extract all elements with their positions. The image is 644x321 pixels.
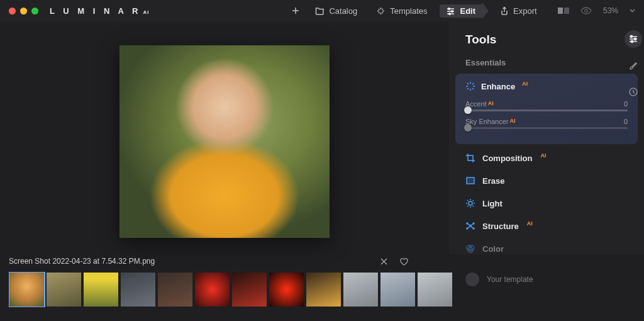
app-brand: L U M I N A R AI bbox=[50, 6, 149, 16]
favorite-icon[interactable] bbox=[399, 257, 409, 266]
tool-enhance-header: Enhance AI bbox=[465, 81, 628, 91]
light-label: Light bbox=[482, 199, 502, 208]
top-nav: Catalog Templates Edit Export bbox=[287, 2, 544, 20]
add-button[interactable] bbox=[287, 4, 304, 17]
tools-panel: Tools Essentials Enhance AI AccentAI 0 S… bbox=[449, 21, 644, 254]
tool-light[interactable]: Light bbox=[449, 192, 644, 215]
sky-label: Sky Enhancer bbox=[465, 118, 508, 125]
filmstrip-thumb[interactable] bbox=[417, 272, 453, 307]
brand-suffix: AI bbox=[143, 9, 149, 15]
minimize-window[interactable] bbox=[20, 8, 27, 14]
folder-icon bbox=[315, 7, 325, 15]
history-button[interactable] bbox=[625, 83, 642, 101]
structure-label: Structure bbox=[482, 222, 519, 231]
sliders-icon bbox=[446, 7, 455, 15]
tool-erase[interactable]: Erase bbox=[449, 169, 644, 192]
brand-name: L U M I N A R bbox=[50, 6, 141, 16]
template-thumb bbox=[465, 273, 479, 286]
svg-point-16 bbox=[631, 40, 633, 42]
erase-label: Erase bbox=[482, 176, 504, 186]
main-area: Tools Essentials Enhance AI AccentAI 0 S… bbox=[0, 21, 644, 254]
svg-point-10 bbox=[473, 228, 474, 229]
topbar-right: 53% bbox=[558, 6, 635, 15]
edit-arrow bbox=[482, 2, 489, 20]
nav-templates-label: Templates bbox=[390, 6, 427, 16]
svg-point-15 bbox=[634, 38, 636, 40]
slider-sky: Sky EnhancerAI 0 bbox=[465, 118, 628, 129]
canvas bbox=[0, 21, 449, 254]
nav-export-label: Export bbox=[513, 6, 537, 16]
crop-icon bbox=[465, 153, 475, 163]
enhance-icon bbox=[465, 81, 475, 91]
tool-enhance-card[interactable]: Enhance AI AccentAI 0 Sky EnhancerAI 0 bbox=[455, 74, 638, 144]
nav-catalog[interactable]: Catalog bbox=[309, 4, 365, 18]
nav-edit-wrap: Edit bbox=[440, 2, 489, 20]
structure-icon bbox=[465, 221, 475, 231]
svg-point-8 bbox=[473, 223, 474, 224]
category-essentials: Essentials bbox=[449, 58, 644, 74]
nav-templates[interactable]: Templates bbox=[370, 4, 435, 18]
zoom-level[interactable]: 53% bbox=[603, 6, 618, 15]
nav-catalog-label: Catalog bbox=[329, 6, 357, 16]
sky-slider[interactable] bbox=[465, 127, 628, 129]
title-bar: L U M I N A R AI Catalog Templates Edit … bbox=[0, 0, 644, 21]
composition-label: Composition bbox=[482, 154, 532, 163]
filmstrip-thumb[interactable] bbox=[157, 272, 193, 307]
color-label: Color bbox=[482, 244, 504, 254]
template-hint-row[interactable]: Your template bbox=[449, 260, 644, 286]
slider-accent: AccentAI 0 bbox=[465, 100, 628, 111]
accent-slider[interactable] bbox=[465, 110, 628, 111]
ai-badge: AI bbox=[488, 100, 494, 106]
edit-tools-button[interactable] bbox=[625, 30, 642, 48]
svg-point-9 bbox=[467, 228, 468, 229]
svg-point-0 bbox=[448, 8, 450, 9]
compare-toggle[interactable] bbox=[558, 8, 569, 14]
filmstrip-thumb[interactable] bbox=[83, 272, 119, 307]
brush-button[interactable] bbox=[625, 57, 642, 74]
plus-icon bbox=[291, 6, 300, 15]
svg-point-14 bbox=[630, 35, 632, 37]
svg-point-3 bbox=[585, 9, 587, 12]
panel-side-buttons bbox=[623, 30, 644, 101]
light-icon bbox=[465, 198, 475, 208]
nav-edit-label: Edit bbox=[460, 6, 475, 16]
sky-value: 0 bbox=[624, 118, 628, 125]
maximize-window[interactable] bbox=[31, 8, 38, 14]
ai-badge: AI bbox=[527, 220, 533, 227]
nav-edit[interactable]: Edit bbox=[440, 4, 483, 18]
template-hint-label: Your template bbox=[487, 275, 533, 284]
svg-point-2 bbox=[449, 13, 451, 14]
tool-structure[interactable]: Structure AI bbox=[449, 215, 644, 237]
ai-badge: AI bbox=[522, 81, 528, 87]
svg-point-1 bbox=[452, 10, 453, 12]
accent-value: 0 bbox=[624, 100, 628, 108]
svg-point-5 bbox=[469, 201, 472, 205]
accent-thumb[interactable] bbox=[464, 106, 472, 114]
close-window[interactable] bbox=[9, 8, 16, 14]
filmstrip-thumb[interactable] bbox=[269, 272, 304, 307]
sky-thumb[interactable] bbox=[464, 124, 472, 132]
svg-point-7 bbox=[467, 223, 468, 224]
photo-preview[interactable] bbox=[119, 45, 330, 238]
export-icon bbox=[500, 6, 509, 16]
tool-color[interactable]: Color bbox=[449, 237, 644, 260]
filmstrip-thumb[interactable] bbox=[9, 272, 45, 307]
filmstrip-thumb[interactable] bbox=[306, 272, 341, 307]
filmstrip-thumb[interactable] bbox=[231, 272, 267, 307]
nav-export[interactable]: Export bbox=[494, 4, 545, 18]
filmstrip-thumb[interactable] bbox=[380, 272, 416, 307]
window-controls bbox=[9, 8, 38, 14]
tools-title: Tools bbox=[449, 33, 644, 47]
filmstrip-thumb[interactable] bbox=[194, 272, 230, 307]
tool-enhance-label: Enhance bbox=[481, 82, 515, 91]
tool-composition[interactable]: Composition AI bbox=[449, 147, 644, 169]
erase-icon bbox=[465, 176, 475, 186]
color-icon bbox=[465, 244, 475, 254]
chevron-down-icon[interactable] bbox=[630, 9, 635, 13]
ai-badge: AI bbox=[540, 152, 546, 159]
filmstrip-thumb[interactable] bbox=[343, 272, 379, 307]
filmstrip-thumb[interactable] bbox=[46, 272, 82, 307]
filmstrip-thumb[interactable] bbox=[120, 272, 156, 307]
eye-icon[interactable] bbox=[580, 7, 592, 14]
reject-icon[interactable] bbox=[380, 257, 388, 266]
